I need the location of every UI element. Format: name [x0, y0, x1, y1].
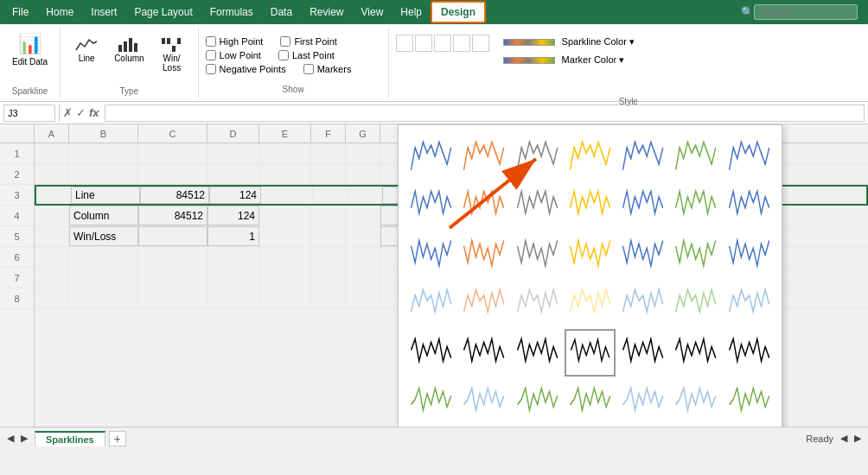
cell-e5[interactable]: [259, 226, 311, 246]
sparkline-option[interactable]: [724, 329, 775, 377]
col-a-header[interactable]: A: [35, 124, 69, 142]
cell-a4[interactable]: [35, 206, 69, 225]
sparkline-option[interactable]: [458, 132, 509, 180]
sparkline-option[interactable]: [670, 231, 721, 278]
first-point-checkbox[interactable]: [280, 36, 290, 47]
scroll-left-icon[interactable]: ◀: [7, 433, 14, 444]
sparkline-option[interactable]: [670, 181, 721, 229]
cell-d8[interactable]: [207, 288, 259, 308]
row-7[interactable]: 7: [0, 268, 34, 288]
marker-color-button[interactable]: Marker Color ▾: [500, 53, 638, 67]
sparkline-option[interactable]: [512, 378, 563, 426]
cell-f3[interactable]: [313, 187, 348, 204]
style-option[interactable]: [434, 35, 451, 52]
cell-c4[interactable]: 84512: [138, 206, 207, 225]
cell-d5[interactable]: 1: [207, 226, 259, 246]
cell-b4[interactable]: Column: [69, 206, 138, 225]
menu-insert[interactable]: Insert: [82, 3, 125, 22]
sparkline-option[interactable]: [670, 378, 721, 426]
sparkline-option[interactable]: [405, 132, 456, 180]
row-8[interactable]: 8: [0, 288, 34, 309]
cell-b8[interactable]: [69, 288, 138, 308]
style-option[interactable]: [396, 35, 413, 52]
cell-e2[interactable]: [259, 164, 311, 184]
cell-b2[interactable]: [69, 164, 138, 184]
search-input[interactable]: [754, 4, 858, 20]
sparkline-option[interactable]: [458, 231, 509, 278]
line-type-button[interactable]: Line: [67, 33, 105, 76]
negative-points-checkbox[interactable]: [206, 64, 216, 74]
cell-e1[interactable]: [259, 143, 311, 163]
menu-design[interactable]: Design: [431, 1, 486, 23]
add-sheet-button[interactable]: +: [109, 431, 126, 446]
sparkline-option[interactable]: [512, 280, 563, 327]
sparkline-option[interactable]: [617, 132, 668, 180]
sparkline-option[interactable]: [617, 329, 668, 377]
cell-g6[interactable]: [346, 247, 380, 267]
formula-input[interactable]: [105, 104, 865, 122]
cell-b5[interactable]: Win/Loss: [69, 226, 138, 246]
cell-g3[interactable]: [348, 187, 382, 204]
menu-data[interactable]: Data: [262, 3, 301, 22]
style-option[interactable]: [453, 35, 470, 52]
confirm-formula-icon[interactable]: ✓: [76, 106, 86, 119]
cell-b6[interactable]: [69, 247, 138, 267]
cell-a6[interactable]: [35, 247, 69, 267]
cell-c1[interactable]: [138, 143, 207, 163]
scroll-right-nav[interactable]: ▶: [854, 433, 861, 444]
menu-page-layout[interactable]: Page Layout: [125, 3, 201, 22]
cell-b7[interactable]: [69, 268, 138, 288]
cell-e3[interactable]: [261, 187, 313, 204]
last-point-checkbox[interactable]: [278, 50, 289, 60]
sparkline-option[interactable]: [617, 378, 668, 426]
sheet-tab-sparklines[interactable]: Sparklines: [35, 431, 105, 446]
high-point-checkbox[interactable]: [206, 36, 216, 47]
cell-d6[interactable]: [207, 247, 259, 267]
sparkline-option[interactable]: [512, 329, 563, 377]
cell-c7[interactable]: [138, 268, 207, 288]
sparkline-option[interactable]: [512, 231, 563, 278]
sparkline-option[interactable]: [617, 181, 668, 229]
cell-c2[interactable]: [138, 164, 207, 184]
cell-a1[interactable]: [35, 143, 69, 163]
sparkline-option[interactable]: [512, 181, 563, 229]
cell-f5[interactable]: [311, 226, 346, 246]
markers-checkbox[interactable]: [303, 64, 314, 74]
cell-a5[interactable]: [35, 226, 69, 246]
col-f-header[interactable]: F: [311, 124, 346, 142]
menu-help[interactable]: Help: [392, 3, 431, 22]
sparkline-option[interactable]: [724, 132, 775, 180]
sparkline-option[interactable]: [565, 181, 616, 229]
sparkline-option[interactable]: [670, 329, 721, 377]
sparkline-option[interactable]: [724, 181, 775, 229]
cell-g2[interactable]: [346, 164, 380, 184]
style-option[interactable]: [415, 35, 432, 52]
cell-c8[interactable]: [138, 288, 207, 308]
cell-a2[interactable]: [35, 164, 69, 184]
col-b-header[interactable]: B: [69, 124, 138, 142]
menu-review[interactable]: Review: [301, 3, 352, 22]
sparkline-option[interactable]: [617, 231, 668, 278]
scroll-right-icon[interactable]: ▶: [21, 433, 28, 444]
cell-d3[interactable]: 124: [209, 187, 261, 204]
menu-view[interactable]: View: [353, 3, 393, 22]
sparkline-option[interactable]: [617, 280, 668, 327]
cell-e4[interactable]: [259, 206, 311, 225]
sparkline-option[interactable]: [670, 280, 721, 327]
row-3[interactable]: 3: [0, 185, 34, 206]
cell-g5[interactable]: [346, 226, 380, 246]
cell-g1[interactable]: [346, 143, 380, 163]
scroll-left-nav[interactable]: ◀: [840, 433, 847, 444]
col-d-header[interactable]: D: [207, 124, 259, 142]
menu-home[interactable]: Home: [37, 3, 82, 22]
sparkline-color-button[interactable]: Sparkline Color ▾: [500, 35, 638, 49]
cell-e8[interactable]: [259, 288, 311, 308]
sparkline-option[interactable]: [724, 280, 775, 327]
column-type-button[interactable]: Column: [107, 33, 150, 76]
cell-c3[interactable]: 84512: [140, 187, 209, 204]
menu-formulas[interactable]: Formulas: [201, 3, 262, 22]
cell-d2[interactable]: [207, 164, 259, 184]
sparkline-option[interactable]: [670, 132, 721, 180]
sparkline-option[interactable]: [565, 280, 616, 327]
cell-f7[interactable]: [311, 268, 346, 288]
